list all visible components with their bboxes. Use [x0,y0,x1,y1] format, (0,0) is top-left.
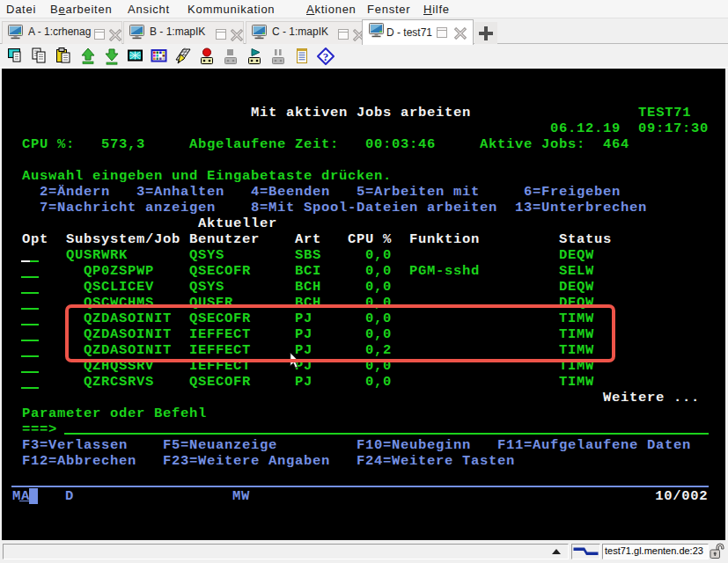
svg-text:?: ? [323,50,329,63]
